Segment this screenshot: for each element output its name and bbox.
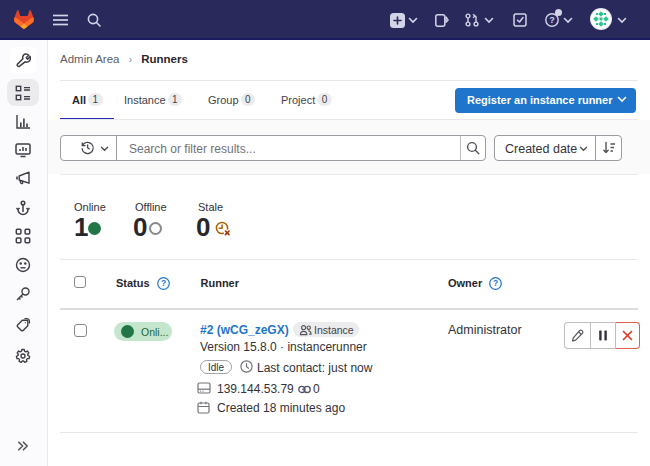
svg-text:?: ? bbox=[493, 278, 498, 288]
svg-text:?: ? bbox=[549, 15, 555, 25]
svg-text:?: ? bbox=[161, 278, 166, 288]
